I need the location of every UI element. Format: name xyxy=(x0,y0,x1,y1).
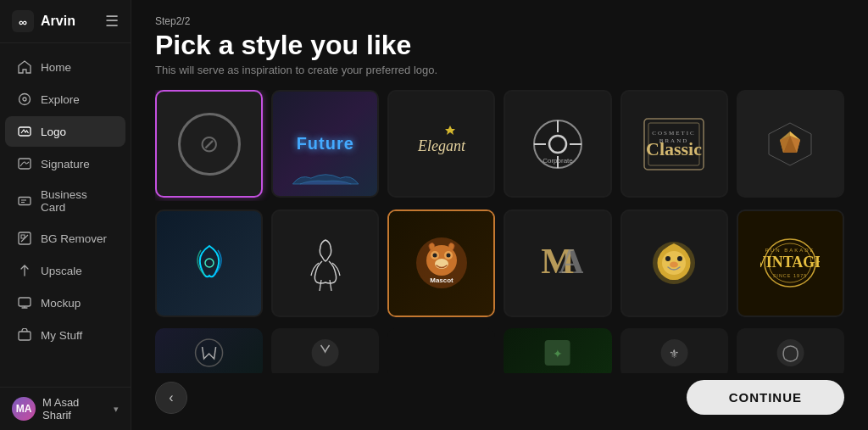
sidebar-item-business-card[interactable]: Business Card xyxy=(5,181,125,221)
sidebar: ∞ Arvin ☰ Home Explore Logo xyxy=(0,0,131,430)
svg-point-43 xyxy=(677,256,682,261)
sidebar-nav: Home Explore Logo Signature xyxy=(0,43,131,387)
style-thumbnail-geometric xyxy=(737,90,844,198)
user-profile[interactable]: MA M Asad Sharif ▾ xyxy=(0,387,131,430)
minimalist-preview: M A xyxy=(505,211,609,316)
svg-rect-5 xyxy=(19,159,31,169)
svg-point-3 xyxy=(23,98,26,101)
svg-text:✦: ✦ xyxy=(553,347,563,360)
style-card-abstract[interactable]: Abstract xyxy=(155,209,263,321)
svg-text:A: A xyxy=(559,242,583,281)
style-card-hand-draw[interactable]: Hand-draw xyxy=(271,209,379,321)
hamburger-icon[interactable]: ☰ xyxy=(105,12,119,31)
sidebar-item-signature[interactable]: Signature xyxy=(5,148,125,179)
bottom-bar: ‹ CONTINUE xyxy=(155,373,844,415)
row3-card-1[interactable] xyxy=(155,328,263,373)
row3-card-4[interactable]: ✦ xyxy=(504,328,611,373)
style-card-mascot[interactable]: Mascot Mascot xyxy=(387,209,495,321)
stuff-icon xyxy=(17,327,32,343)
elegant-preview: Elegant xyxy=(389,92,493,196)
sidebar-item-bg-remover[interactable]: BG Remover xyxy=(5,223,125,254)
style-thumbnail-minimalist: M A xyxy=(504,209,611,317)
style-thumbnail-hand-draw xyxy=(271,209,379,317)
svg-text:RUN BAKADE: RUN BAKADE xyxy=(765,248,815,253)
svg-rect-6 xyxy=(19,198,31,205)
no-style-icon: ⊘ xyxy=(178,113,241,176)
svg-text:Elegant: Elegant xyxy=(417,137,466,154)
page-title: Pick a style you like xyxy=(155,31,844,60)
svg-text:Mascot: Mascot xyxy=(430,276,453,284)
style-grid-row2: Abstract Hand-draw xyxy=(155,209,844,321)
chevron-down-icon: ▾ xyxy=(114,404,119,415)
svg-point-29 xyxy=(205,259,214,267)
sidebar-label-business-card: Business Card xyxy=(41,188,114,214)
sidebar-item-logo[interactable]: Logo xyxy=(5,116,125,147)
row3-card-3[interactable] xyxy=(387,328,495,373)
brand-name: Arvin xyxy=(41,14,75,29)
svg-point-2 xyxy=(19,94,31,105)
arvin-logo-icon: ∞ xyxy=(12,10,34,32)
mascot-preview: Mascot xyxy=(389,211,493,316)
row3-card-5[interactable]: ⚜ xyxy=(620,328,728,373)
back-button[interactable]: ‹ xyxy=(155,382,187,414)
style-thumbnail-symbolic xyxy=(620,209,728,317)
style-card-futuristic[interactable]: Future Futuristic xyxy=(271,90,379,201)
style-card-classic[interactable]: COSMETIC BRAND Classic Classic xyxy=(620,90,728,201)
step-label: Step2/2 xyxy=(155,15,844,27)
page-subtitle: This will serve as inspiration to create… xyxy=(155,64,844,76)
style-thumbnail-futuristic: Future xyxy=(271,90,379,198)
style-card-minimalist[interactable]: M A Minimalist xyxy=(504,209,611,321)
futuristic-preview: Future xyxy=(273,92,377,196)
style-card-no-style[interactable]: ⊘ No Style xyxy=(155,90,263,201)
classic-preview: COSMETIC BRAND Classic xyxy=(622,92,726,196)
style-card-geometric[interactable]: Geometric xyxy=(737,90,844,201)
svg-text:COSMETIC: COSMETIC xyxy=(653,130,696,137)
style-card-elegant[interactable]: Elegant Elegant xyxy=(387,90,495,201)
style-card-symbolic[interactable]: Symbolic xyxy=(620,209,728,321)
style-thumbnail-vintage: RUN BAKADE VINTAGE SINCE 1975 xyxy=(737,209,844,317)
style-card-vintage[interactable]: RUN BAKADE VINTAGE SINCE 1975 Vintage xyxy=(737,209,844,321)
card-icon xyxy=(17,193,32,209)
style-thumbnail-mascot: Mascot xyxy=(387,209,495,317)
svg-text:⚜: ⚜ xyxy=(669,347,680,360)
corporate-preview: Corporate xyxy=(505,92,609,196)
avatar: MA xyxy=(12,397,36,421)
svg-text:VINTAGE: VINTAGE xyxy=(760,254,820,271)
svg-point-56 xyxy=(776,339,804,366)
svg-marker-15 xyxy=(445,126,455,135)
bg-icon xyxy=(17,231,32,246)
svg-text:∞: ∞ xyxy=(19,15,27,29)
sidebar-label-signature: Signature xyxy=(41,158,90,170)
sidebar-label-my-stuff: My Stuff xyxy=(41,329,82,342)
sidebar-item-explore[interactable]: Explore xyxy=(5,84,125,114)
symbolic-preview xyxy=(622,211,726,316)
style-thumbnail-classic: COSMETIC BRAND Classic xyxy=(620,90,728,198)
mockup-icon xyxy=(17,295,32,310)
sidebar-label-explore: Explore xyxy=(41,93,80,106)
sidebar-item-upscale[interactable]: Upscale xyxy=(5,255,125,286)
sidebar-item-my-stuff[interactable]: My Stuff xyxy=(5,320,125,350)
sidebar-logo: ∞ Arvin xyxy=(12,10,75,32)
sidebar-label-mockup: Mockup xyxy=(41,297,81,310)
style-thumbnail-corporate: Corporate xyxy=(504,90,611,198)
sidebar-item-mockup[interactable]: Mockup xyxy=(5,288,125,318)
svg-rect-10 xyxy=(19,298,31,306)
style-thumbnail-elegant: Elegant xyxy=(387,90,495,198)
sidebar-label-home: Home xyxy=(41,61,71,74)
style-thumbnail-abstract xyxy=(155,209,263,317)
continue-button[interactable]: CONTINUE xyxy=(687,380,844,415)
svg-rect-13 xyxy=(19,332,31,340)
svg-text:Classic: Classic xyxy=(646,138,702,159)
style-card-corporate[interactable]: Corporate Corporate xyxy=(504,90,611,201)
sidebar-label-logo: Logo xyxy=(41,126,66,138)
sidebar-item-home[interactable]: Home xyxy=(5,52,125,82)
sidebar-label-bg-remover: BG Remover xyxy=(41,232,107,245)
geometric-preview xyxy=(738,92,843,196)
style-thumbnail-no-style: ⊘ xyxy=(155,90,263,198)
row3-card-6[interactable] xyxy=(737,328,844,373)
svg-text:Corporate: Corporate xyxy=(542,157,573,165)
svg-point-17 xyxy=(549,136,566,153)
main-content: Step2/2 Pick a style you like This will … xyxy=(131,0,868,430)
row3-card-2[interactable] xyxy=(271,328,379,373)
sidebar-header: ∞ Arvin ☰ xyxy=(0,0,131,43)
